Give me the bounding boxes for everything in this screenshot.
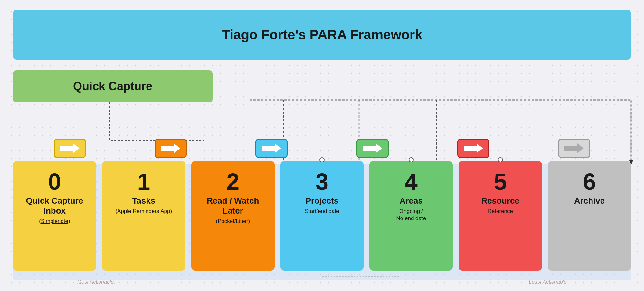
card-5-title: Resource — [481, 196, 519, 206]
svg-marker-7 — [60, 143, 80, 153]
page-wrapper: Tiago Forte's PARA Framework Quick Captu… — [0, 0, 644, 291]
svg-marker-9 — [262, 143, 281, 153]
card-6: 6 Archive — [548, 161, 631, 271]
card-4-subtitle: Ongoing / No end date — [396, 208, 426, 222]
circle-connector-5 — [498, 157, 503, 162]
circle-connector-3 — [319, 157, 325, 162]
card-0: 0 Quick Capture Inbox (Simplenote) — [13, 161, 96, 271]
card-5-subtitle: Reference — [488, 208, 513, 215]
card-3-subtitle: Start/end date — [305, 208, 339, 215]
svg-marker-12 — [564, 143, 584, 153]
card-0-number: 0 — [48, 170, 61, 193]
card-3-number: 3 — [316, 170, 328, 193]
arrow-icon-1 — [155, 139, 187, 158]
card-0-title: Quick Capture Inbox — [19, 196, 90, 216]
most-actionable-label: Most Actionable. — [77, 279, 115, 285]
card-4-number: 4 — [405, 170, 418, 193]
card-6-number: 6 — [583, 170, 596, 193]
arrow-icon-0 — [54, 139, 86, 158]
arrow-icon-4 — [457, 139, 489, 158]
card-1-number: 1 — [137, 170, 150, 193]
card-4: 4 Areas Ongoing / No end date — [369, 161, 453, 271]
svg-marker-11 — [464, 143, 483, 153]
header-banner: Tiago Forte's PARA Framework — [13, 10, 631, 60]
least-actionable-label: Least Actionable — [529, 279, 567, 285]
arrow-icon-3 — [356, 139, 389, 158]
card-2-title: Read / Watch Later — [197, 196, 269, 216]
card-5: 5 Resource Reference — [459, 161, 542, 271]
arrow-icon-5 — [558, 139, 590, 158]
card-6-title: Archive — [574, 196, 605, 206]
quick-capture-label: Quick Capture — [73, 80, 152, 93]
circle-connector-4 — [409, 157, 414, 162]
card-1-subtitle: (Apple Reminders App) — [115, 208, 172, 215]
card-5-number: 5 — [494, 170, 507, 193]
bottom-labels: Most Actionable. Least Actionable — [13, 279, 631, 285]
card-2: 2 Read / Watch Later (Pocket/Liner) — [191, 161, 275, 271]
page-title: Tiago Forte's PARA Framework — [222, 27, 422, 43]
quick-capture-box: Quick Capture — [13, 70, 213, 102]
card-2-subtitle: (Pocket/Liner) — [216, 218, 250, 225]
arrows-row — [19, 139, 625, 158]
card-1: 1 Tasks (Apple Reminders App) — [102, 161, 185, 271]
svg-marker-10 — [363, 143, 382, 153]
card-3-title: Projects — [306, 196, 339, 206]
card-2-number: 2 — [226, 170, 239, 193]
arrow-icon-2 — [255, 139, 288, 158]
cards-row: 0 Quick Capture Inbox (Simplenote) 1 Tas… — [13, 161, 631, 271]
card-4-title: Areas — [400, 196, 423, 206]
svg-marker-8 — [161, 143, 180, 153]
card-1-title: Tasks — [132, 196, 155, 206]
card-0-subtitle: (Simplenote) — [39, 218, 70, 225]
card-3: 3 Projects Start/end date — [280, 161, 364, 271]
